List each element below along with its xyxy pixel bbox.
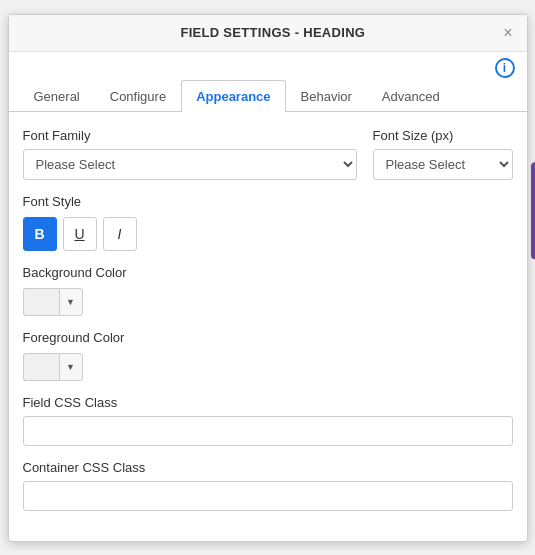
font-style-label: Font Style (23, 194, 513, 209)
font-style-section: Font Style B U I (23, 194, 513, 251)
tab-general[interactable]: General (19, 80, 95, 112)
background-color-dropdown[interactable]: ▼ (59, 288, 83, 316)
foreground-color-dropdown[interactable]: ▼ (59, 353, 83, 381)
field-css-input[interactable] (23, 416, 513, 446)
field-settings-modal: FIELD SETTINGS - HEADING × i General Con… (8, 14, 528, 542)
foreground-color-swatch[interactable] (23, 353, 59, 381)
field-css-label: Field CSS Class (23, 395, 513, 410)
modal-body: Font Family Please Select Font Size (px)… (9, 112, 527, 541)
font-size-label: Font Size (px) (373, 128, 513, 143)
foreground-color-label: Foreground Color (23, 330, 513, 345)
tab-behavior[interactable]: Behavior (286, 80, 367, 112)
background-color-swatch[interactable] (23, 288, 59, 316)
tabs-bar: General Configure Appearance Behavior Ad… (9, 80, 527, 112)
style-buttons: B U I (23, 217, 513, 251)
italic-button[interactable]: I (103, 217, 137, 251)
font-family-group: Font Family Please Select (23, 128, 357, 180)
tab-advanced[interactable]: Advanced (367, 80, 455, 112)
font-size-group: Font Size (px) Please Select (373, 128, 513, 180)
container-css-label: Container CSS Class (23, 460, 513, 475)
font-row: Font Family Please Select Font Size (px)… (23, 128, 513, 180)
field-css-section: Field CSS Class (23, 395, 513, 446)
modal-header: FIELD SETTINGS - HEADING × (9, 15, 527, 52)
font-family-select[interactable]: Please Select (23, 149, 357, 180)
info-icon[interactable]: i (495, 58, 515, 78)
info-icon-row: i (9, 52, 527, 80)
underline-button[interactable]: U (63, 217, 97, 251)
background-color-label: Background Color (23, 265, 513, 280)
modal-title: FIELD SETTINGS - HEADING (43, 25, 504, 40)
foreground-color-picker: ▼ (23, 353, 513, 381)
app-data-tab[interactable]: ‹ App Data (531, 162, 536, 259)
bold-button[interactable]: B (23, 217, 57, 251)
tab-configure[interactable]: Configure (95, 80, 181, 112)
container-css-section: Container CSS Class (23, 460, 513, 511)
font-family-label: Font Family (23, 128, 357, 143)
tab-appearance[interactable]: Appearance (181, 80, 285, 112)
font-size-select[interactable]: Please Select (373, 149, 513, 180)
close-button[interactable]: × (503, 25, 512, 41)
background-color-section: Background Color ▼ (23, 265, 513, 316)
container-css-input[interactable] (23, 481, 513, 511)
foreground-color-section: Foreground Color ▼ (23, 330, 513, 381)
background-color-picker: ▼ (23, 288, 513, 316)
